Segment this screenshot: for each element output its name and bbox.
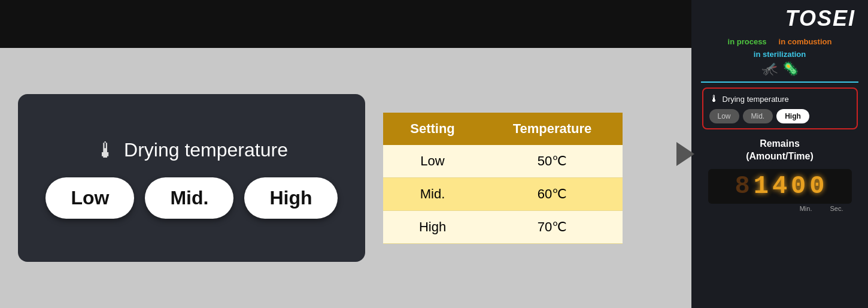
bug-icon-2: 🦠 xyxy=(782,61,799,77)
arrow-indicator xyxy=(676,142,694,166)
digit-1: 1 xyxy=(754,174,769,199)
digital-display: 8 1 4 0 0 xyxy=(708,169,852,204)
left-panel: 🌡 Drying temperature Low Mid. High xyxy=(18,94,365,262)
panel-title-text: Drying temperature xyxy=(124,139,288,161)
sterilization-icons: 🦟 🦠 xyxy=(761,61,799,77)
col-temperature: Temperature xyxy=(482,113,623,145)
bug-icon-1: 🦟 xyxy=(761,61,778,77)
mini-thermometer-icon: 🌡 xyxy=(709,93,719,104)
mid-button[interactable]: Mid. xyxy=(145,177,233,219)
col-setting: Setting xyxy=(383,113,482,145)
tosei-logo: TOSEI xyxy=(785,6,858,31)
sterilization-row: in sterilization 🦟 🦠 xyxy=(701,50,858,77)
mini-drying-panel: 🌡 Drying temperature Low Mid. High xyxy=(702,87,858,129)
min-label: Min. xyxy=(800,205,812,212)
sidebar: TOSEI in process in combustion in steril… xyxy=(691,0,868,308)
remains-title: Remains(Amount/Time) xyxy=(746,138,814,163)
in-process-label: in process xyxy=(728,37,767,46)
digit-0-2: 0 xyxy=(809,174,824,199)
table-row: Low 50℃ xyxy=(383,145,623,178)
temp-mid: 60℃ xyxy=(482,177,623,210)
sec-label: Sec. xyxy=(830,205,843,212)
temp-low: 50℃ xyxy=(482,145,623,178)
mini-mid-button[interactable]: Mid. xyxy=(743,109,773,123)
thermometer-icon: 🌡 xyxy=(95,138,117,163)
status-row: in process in combustion xyxy=(701,37,858,46)
digit-8: 8 xyxy=(735,174,749,199)
temperature-table: Setting Temperature Low 50℃ Mid. 60℃ Hig… xyxy=(383,113,623,244)
digit-0-1: 0 xyxy=(791,174,806,199)
table-row: High 70℃ xyxy=(383,210,623,243)
setting-mid: Mid. xyxy=(383,177,482,210)
high-button[interactable]: High xyxy=(244,177,337,219)
divider xyxy=(701,81,858,83)
mini-panel-title: 🌡 Drying temperature xyxy=(709,93,851,104)
mini-low-button[interactable]: Low xyxy=(709,109,739,123)
remains-section: Remains(Amount/Time) 8 1 4 0 0 Min. Sec. xyxy=(701,138,858,212)
digit-4: 4 xyxy=(772,174,787,199)
buttons-row: Low Mid. High xyxy=(45,177,337,219)
time-labels: Min. Sec. xyxy=(708,205,852,212)
mini-buttons-row: Low Mid. High xyxy=(709,109,851,123)
setting-low: Low xyxy=(383,145,482,178)
main-area: 🌡 Drying temperature Low Mid. High Setti… xyxy=(0,48,691,308)
mini-high-button[interactable]: High xyxy=(776,109,809,123)
mini-panel-title-text: Drying temperature xyxy=(723,95,789,104)
panel-title: 🌡 Drying temperature xyxy=(95,138,288,163)
table-row: Mid. 60℃ xyxy=(383,177,623,210)
in-combustion-label: in combustion xyxy=(779,37,832,46)
setting-high: High xyxy=(383,210,482,243)
temp-high: 70℃ xyxy=(482,210,623,243)
in-sterilization-label: in sterilization xyxy=(754,50,806,59)
low-button[interactable]: Low xyxy=(45,177,134,219)
